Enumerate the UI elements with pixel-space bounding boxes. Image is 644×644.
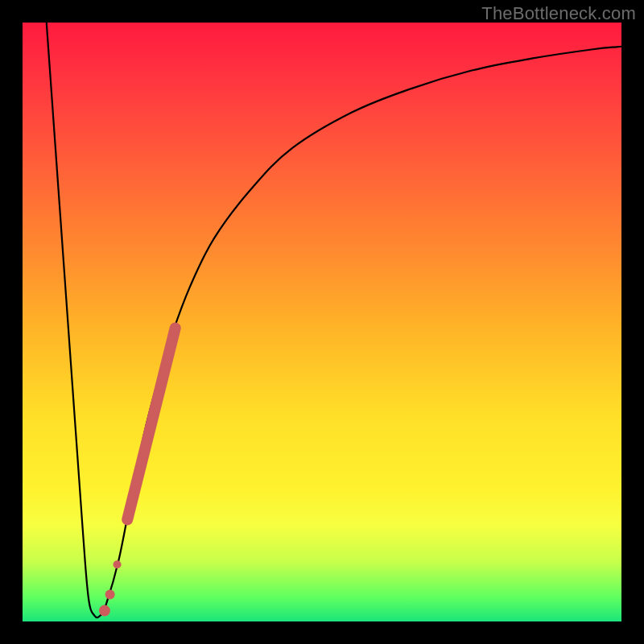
- plot-area: [23, 23, 621, 621]
- curve-svg: [23, 23, 621, 621]
- highlight-dot: [105, 590, 115, 600]
- bottleneck-curve: [47, 23, 621, 617]
- chart-frame: TheBottleneck.com: [0, 0, 644, 644]
- watermark-text: TheBottleneck.com: [481, 3, 636, 24]
- highlight-dot: [114, 560, 122, 568]
- highlight-dots: [99, 560, 122, 616]
- highlight-dot: [99, 605, 110, 617]
- highlight-segment: [127, 328, 175, 519]
